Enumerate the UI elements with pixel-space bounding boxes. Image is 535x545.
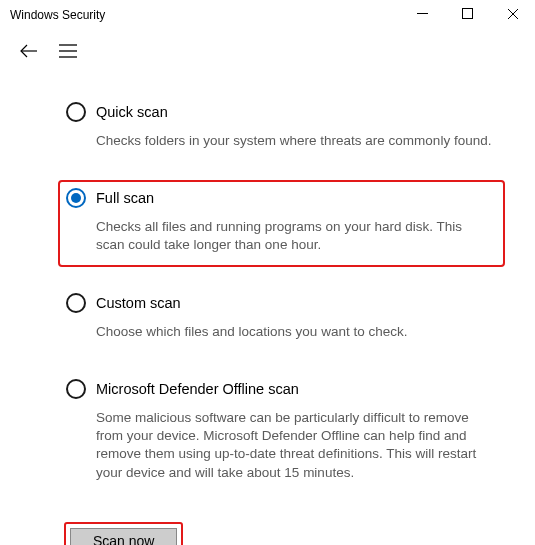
- option-label: Full scan: [96, 190, 154, 206]
- radio-full-scan[interactable]: [66, 188, 86, 208]
- option-description: Checks all files and running programs on…: [96, 218, 493, 254]
- maximize-icon: [462, 8, 473, 19]
- scan-now-highlight: Scan now: [64, 522, 183, 545]
- scan-option-full[interactable]: Full scan Checks all files and running p…: [58, 180, 505, 266]
- close-button[interactable]: [490, 0, 535, 20]
- back-button[interactable]: [18, 40, 40, 62]
- option-description: Some malicious software can be particula…: [96, 409, 493, 482]
- window-controls: [400, 0, 535, 30]
- menu-button[interactable]: [58, 43, 78, 59]
- option-description: Choose which files and locations you wan…: [96, 323, 493, 341]
- navbar: [0, 30, 535, 66]
- scan-option-custom[interactable]: Custom scan Choose which files and locat…: [58, 285, 505, 353]
- option-label: Microsoft Defender Offline scan: [96, 381, 299, 397]
- back-arrow-icon: [18, 40, 40, 62]
- scan-now-button[interactable]: Scan now: [70, 528, 177, 545]
- maximize-button[interactable]: [445, 0, 490, 19]
- radio-quick-scan[interactable]: [66, 102, 86, 122]
- window-title: Windows Security: [10, 8, 105, 22]
- option-label: Quick scan: [96, 104, 168, 120]
- radio-custom-scan[interactable]: [66, 293, 86, 313]
- radio-offline-scan[interactable]: [66, 379, 86, 399]
- svg-rect-1: [463, 9, 473, 19]
- scan-option-quick[interactable]: Quick scan Checks folders in your system…: [58, 94, 505, 162]
- minimize-icon: [417, 8, 428, 19]
- content-area: Quick scan Checks folders in your system…: [0, 66, 535, 545]
- option-description: Checks folders in your system where thre…: [96, 132, 493, 150]
- titlebar: Windows Security: [0, 0, 535, 30]
- hamburger-icon: [58, 43, 78, 59]
- close-icon: [507, 8, 519, 20]
- minimize-button[interactable]: [400, 0, 445, 19]
- scan-option-defender-offline[interactable]: Microsoft Defender Offline scan Some mal…: [58, 371, 505, 494]
- option-label: Custom scan: [96, 295, 181, 311]
